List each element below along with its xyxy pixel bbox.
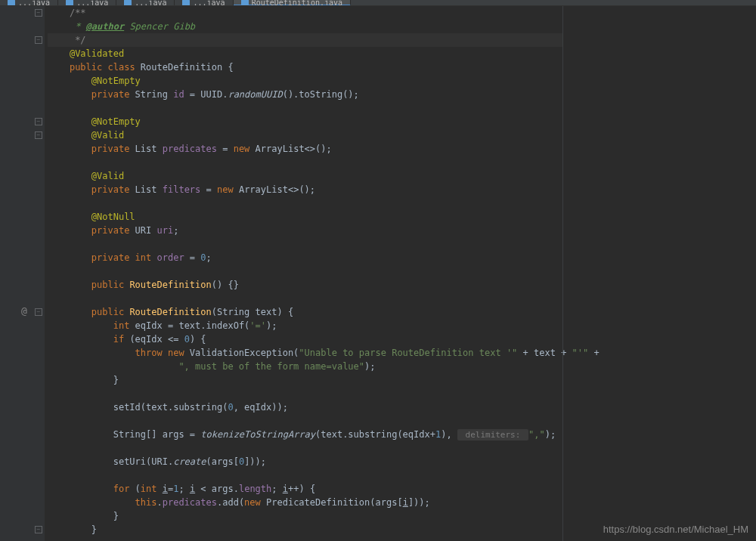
code-line[interactable]: int eqIdx = text.indexOf('=');	[48, 319, 562, 332]
code-line[interactable]: @Valid	[48, 169, 562, 183]
tab-active[interactable]: RouteDefinition.java	[234, 0, 351, 6]
code-line[interactable]: }	[48, 523, 562, 536]
code-line[interactable]: */	[48, 33, 562, 47]
watermark-text: https://blog.csdn.net/Michael_HM	[603, 524, 748, 535]
code-line[interactable]	[48, 101, 562, 115]
code-line[interactable]: @NotEmpty	[48, 115, 562, 128]
code-line[interactable]: public class RouteDefinition {	[48, 60, 562, 74]
code-line[interactable]: throw new ValidationException("Unable to…	[48, 346, 562, 360]
code-line[interactable]: private int order = 0;	[48, 251, 562, 264]
fold-toggle-icon[interactable]: −	[35, 308, 42, 316]
fold-toggle-icon[interactable]: −	[35, 36, 42, 44]
code-line[interactable]: @NotEmpty	[48, 74, 562, 88]
fold-column: −−−−−−	[34, 6, 45, 541]
code-line[interactable]: private String id = UUID.randomUUID().to…	[48, 88, 562, 101]
tab-file[interactable]: ...java	[58, 0, 116, 5]
java-icon	[8, 0, 15, 6]
code-line[interactable]: ", must be of the form name=value");	[48, 360, 562, 373]
code-line[interactable]: }	[48, 509, 562, 523]
java-icon	[182, 0, 190, 6]
code-area[interactable]: /** * @author Spencer Gibb */ @Validated…	[45, 6, 562, 541]
code-line[interactable]: setId(text.substring(0, eqIdx));	[48, 400, 562, 414]
code-line[interactable]	[48, 387, 562, 400]
code-line[interactable]: String[] args = tokenizeToStringArray(te…	[48, 428, 562, 441]
code-line[interactable]: @NotNull	[48, 210, 562, 224]
right-margin-line	[562, 6, 563, 541]
code-line[interactable]	[48, 414, 562, 428]
code-line[interactable]: this.predicates.add(new PredicateDefinit…	[48, 496, 562, 509]
code-line[interactable]: * @author Spencer Gibb	[48, 20, 562, 33]
code-line[interactable]: @Validated	[48, 47, 562, 60]
code-line[interactable]	[48, 292, 562, 305]
editor-tabs: ...java ...java ...java ...java RouteDef…	[0, 0, 756, 6]
code-line[interactable]: private List filters = new ArrayList<>()…	[48, 183, 562, 196]
code-line[interactable]: /**	[48, 6, 562, 20]
override-gutter-icon[interactable]: @	[21, 305, 27, 317]
java-icon	[124, 0, 132, 6]
code-line[interactable]	[48, 441, 562, 455]
fold-toggle-icon[interactable]: −	[35, 131, 42, 139]
code-editor[interactable]: −−−−−− /** * @author Spencer Gibb */ @Va…	[0, 6, 756, 541]
code-line[interactable]: public RouteDefinition(String text) {	[48, 305, 562, 319]
code-line[interactable]: setUri(URI.create(args[0]));	[48, 455, 562, 468]
tab-file[interactable]: ...java	[175, 0, 233, 5]
code-line[interactable]	[48, 156, 562, 169]
code-line[interactable]	[48, 264, 562, 278]
code-line[interactable]	[48, 468, 562, 482]
fold-toggle-icon[interactable]: −	[35, 526, 42, 533]
code-line[interactable]	[48, 196, 562, 210]
code-line[interactable]: for (int i=1; i < args.length; i++) {	[48, 482, 562, 496]
code-line[interactable]: if (eqIdx <= 0) {	[48, 332, 562, 346]
fold-toggle-icon[interactable]: −	[35, 118, 42, 125]
line-gutter	[0, 6, 34, 541]
java-icon	[241, 0, 249, 6]
tab-file[interactable]: ...java	[116, 0, 175, 5]
code-line[interactable]: public RouteDefinition() {}	[48, 278, 562, 292]
fold-toggle-icon[interactable]: −	[35, 9, 42, 17]
code-line[interactable]: @Valid	[48, 128, 562, 142]
code-line[interactable]: }	[48, 373, 562, 387]
java-icon	[66, 0, 73, 6]
code-line[interactable]	[48, 237, 562, 251]
code-line[interactable]: private List predicates = new ArrayList<…	[48, 142, 562, 156]
tab-file[interactable]: ...java	[0, 0, 58, 5]
code-line[interactable]: private URI uri;	[48, 224, 562, 237]
